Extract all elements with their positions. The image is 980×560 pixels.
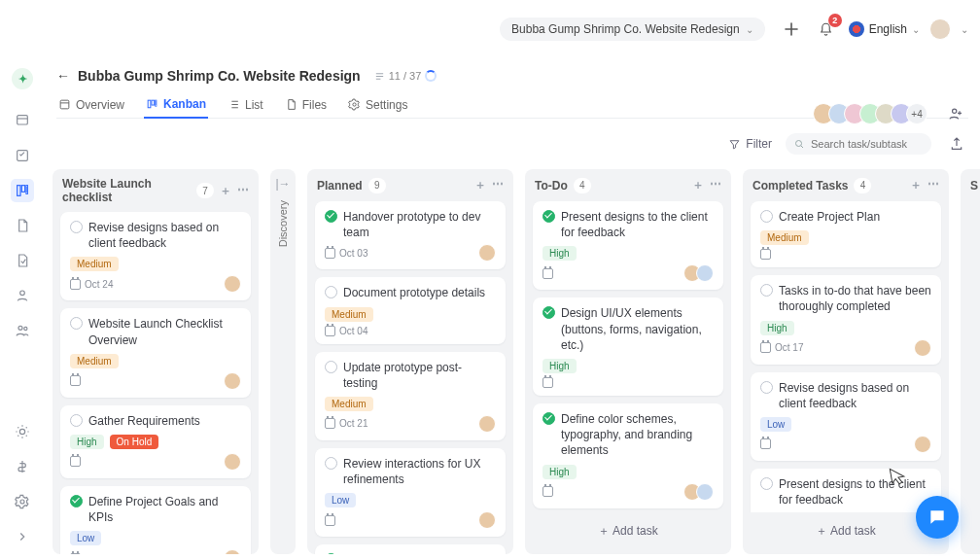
column-add-icon[interactable]: ＋ bbox=[474, 177, 486, 193]
task-card[interactable]: Document prototype detailsMediumOct 04 bbox=[315, 277, 506, 343]
sidebar-team-icon[interactable] bbox=[11, 319, 34, 342]
avatar-more[interactable]: +4 bbox=[906, 103, 928, 124]
task-card[interactable]: Revise designs based on client feedbackL… bbox=[751, 372, 941, 461]
calendar-icon bbox=[325, 248, 335, 259]
card-date: Oct 24 bbox=[70, 279, 113, 290]
column-menu-icon[interactable]: ⋯ bbox=[492, 177, 504, 193]
tag-low: Low bbox=[70, 531, 101, 545]
check-circle-icon[interactable] bbox=[542, 306, 555, 319]
check-circle-icon[interactable] bbox=[70, 221, 83, 233]
sidebar-board-icon[interactable] bbox=[11, 179, 34, 202]
sidebar-tasks-icon[interactable] bbox=[11, 144, 34, 167]
check-circle-icon[interactable] bbox=[542, 412, 555, 425]
export-icon[interactable] bbox=[945, 132, 968, 156]
card-tags: Medium bbox=[70, 354, 241, 368]
user-avatar[interactable] bbox=[929, 18, 951, 40]
column-menu-icon[interactable]: ⋯ bbox=[237, 183, 249, 199]
card-date bbox=[542, 377, 553, 388]
add-button[interactable] bbox=[779, 17, 804, 42]
check-circle-icon[interactable] bbox=[542, 210, 555, 223]
task-card[interactable]: Gather RequirementsHighOn Hold bbox=[60, 405, 251, 478]
task-card[interactable]: Create Project PlanMedium bbox=[751, 201, 941, 267]
column-menu-icon[interactable]: ⋯ bbox=[710, 177, 721, 193]
task-card[interactable]: Define Project Goals and KPIsLow bbox=[60, 486, 251, 554]
back-arrow-icon[interactable]: ← bbox=[56, 68, 70, 84]
check-circle-icon[interactable] bbox=[325, 210, 337, 223]
task-card[interactable]: Revise designs based on client feedbackM… bbox=[60, 212, 251, 300]
check-circle-icon[interactable] bbox=[760, 477, 773, 490]
tab-settings[interactable]: Settings bbox=[346, 91, 409, 118]
calendar-icon bbox=[760, 342, 771, 353]
column-launch: Website Launch checklist7＋⋯Revise design… bbox=[52, 169, 259, 554]
avatar bbox=[478, 415, 496, 433]
tab-overview[interactable]: Overview bbox=[56, 91, 126, 118]
column-body: Present designs to the client for feedba… bbox=[525, 201, 731, 512]
task-card[interactable]: Build clickable prototypeMedium bbox=[315, 544, 506, 554]
check-circle-icon[interactable] bbox=[70, 495, 83, 508]
tab-files[interactable]: Files bbox=[283, 91, 329, 118]
check-circle-icon[interactable] bbox=[70, 317, 83, 330]
chat-fab[interactable] bbox=[916, 496, 959, 539]
language-label: English bbox=[869, 22, 907, 36]
column-body: Revise designs based on client feedbackM… bbox=[52, 212, 259, 554]
task-card[interactable]: Design UI/UX elements (buttons, forms, n… bbox=[533, 298, 723, 396]
task-card[interactable]: Present designs to the client for feedba… bbox=[533, 201, 723, 290]
add-member-icon[interactable] bbox=[943, 101, 968, 126]
column-body: Create Project PlanMediumTasks in to-do … bbox=[743, 201, 949, 512]
workspace-selector[interactable]: Bubba Gump Shrimp Co. Website Redesign ⌄ bbox=[500, 18, 765, 41]
sidebar-docs-icon[interactable] bbox=[11, 214, 34, 237]
column-add-icon[interactable]: ＋ bbox=[910, 177, 922, 193]
check-circle-icon[interactable] bbox=[325, 553, 337, 554]
card-assignees bbox=[919, 436, 931, 453]
task-card[interactable]: Define color schemes, typography, and br… bbox=[533, 403, 723, 508]
sidebar-theme-icon[interactable] bbox=[11, 420, 34, 443]
task-card[interactable]: Update prototype post-testingMediumOct 2… bbox=[315, 352, 506, 440]
check-circle-icon[interactable] bbox=[760, 381, 773, 394]
filter-button[interactable]: Filter bbox=[728, 137, 772, 151]
check-circle-icon[interactable] bbox=[760, 210, 773, 223]
sidebar-billing-icon[interactable] bbox=[11, 455, 34, 478]
task-card[interactable]: Review interactions for UX refinementsLo… bbox=[315, 448, 506, 537]
card-title: Design UI/UX elements (buttons, forms, n… bbox=[561, 305, 714, 353]
add-task-button[interactable]: ＋ Add task bbox=[751, 516, 941, 546]
column-completed: Completed Tasks4＋⋯Create Project PlanMed… bbox=[743, 169, 949, 554]
kanban-board[interactable]: Website Launch checklist7＋⋯Revise design… bbox=[52, 169, 980, 560]
notifications-button[interactable]: 2 bbox=[814, 17, 839, 42]
check-circle-icon[interactable] bbox=[760, 284, 773, 297]
app-logo[interactable]: ✦ bbox=[12, 68, 33, 89]
sidebar-user-icon[interactable] bbox=[11, 284, 34, 307]
add-task-button[interactable]: ＋ Add task bbox=[533, 516, 723, 546]
sidebar-collapse-icon[interactable] bbox=[11, 525, 34, 548]
column-menu-icon[interactable]: ⋯ bbox=[928, 177, 939, 193]
language-selector[interactable]: English ⌄ bbox=[849, 21, 920, 37]
tab-list[interactable]: List bbox=[226, 91, 265, 118]
sidebar-settings-icon[interactable] bbox=[11, 490, 34, 513]
check-circle-icon[interactable] bbox=[325, 286, 337, 298]
card-title: Tasks in to-do that have been thoroughly… bbox=[779, 283, 931, 314]
column-add-icon[interactable]: ＋ bbox=[220, 183, 231, 199]
svg-rect-13 bbox=[156, 100, 157, 106]
check-circle-icon[interactable] bbox=[325, 361, 337, 373]
column-extra: S＋⋯ bbox=[961, 169, 980, 554]
task-card[interactable]: Handover prototype to dev teamOct 03 bbox=[315, 201, 506, 269]
calendar-icon bbox=[70, 279, 81, 290]
column-body bbox=[961, 201, 980, 554]
task-card[interactable]: Website Launch Checklist OverviewMedium bbox=[60, 308, 251, 397]
search-input[interactable] bbox=[786, 133, 931, 155]
column-collapsed[interactable]: |→Discovery bbox=[270, 169, 296, 554]
svg-rect-3 bbox=[21, 186, 24, 192]
calendar-icon bbox=[760, 249, 771, 260]
task-card[interactable]: Tasks in to-do that have been thoroughly… bbox=[751, 275, 941, 364]
sidebar-home-icon[interactable] bbox=[11, 109, 34, 132]
check-circle-icon[interactable] bbox=[325, 457, 337, 470]
check-circle-icon[interactable] bbox=[70, 414, 83, 427]
expand-column-icon[interactable]: |→ bbox=[275, 177, 290, 191]
tab-kanban[interactable]: Kanban bbox=[144, 91, 208, 119]
member-avatars[interactable]: +4 bbox=[819, 103, 928, 124]
chevron-down-icon[interactable]: ⌄ bbox=[961, 24, 968, 35]
card-tags: High bbox=[760, 321, 931, 335]
column-add-icon[interactable]: ＋ bbox=[692, 177, 704, 193]
sidebar-reports-icon[interactable] bbox=[11, 249, 34, 272]
task-card[interactable]: Present designs to the client for feedba… bbox=[751, 469, 941, 512]
card-assignees bbox=[483, 415, 496, 433]
